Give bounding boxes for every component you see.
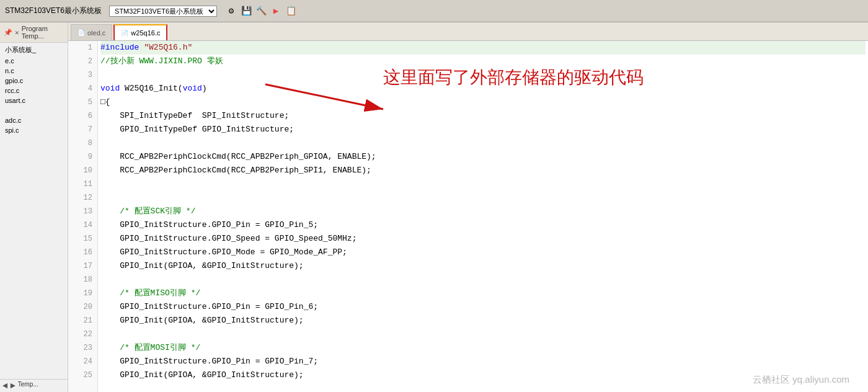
code-line-7: GPIO_InitTypeDef GPIO_InitStructure; — [100, 123, 866, 136]
line-num-8: 8 — [68, 136, 97, 150]
tab-w25q16[interactable]: 📄 w25q16.c — [113, 24, 167, 40]
code-line-6: SPI_InitTypeDef SPI_InitStructure; — [100, 109, 866, 123]
sidebar: 📌 ✕ Program Temp... 小系统板_ e.c n.c gpio.c… — [0, 22, 68, 392]
editor-area: 📄 oled.c 📄 w25q16.c 1 2 3 4 5 6 7 8 9 10 — [68, 22, 868, 392]
sidebar-nav-right[interactable]: ► — [10, 381, 15, 391]
line-num-18: 18 — [68, 273, 97, 287]
code-line-16: GPIO_InitStructure.GPIO_Mode = GPIO_Mode… — [100, 246, 866, 259]
build-icon[interactable]: ⚙ — [224, 4, 238, 18]
sidebar-section-label: Program Temp... — [22, 25, 64, 40]
code-line-12 — [100, 191, 866, 205]
tab-oled[interactable]: 📄 oled.c — [71, 24, 112, 40]
tabs-bar: 📄 oled.c 📄 w25q16.c — [68, 22, 868, 41]
code-line-9: RCC_APB2PeriphClockCmd(RCC_APB2Periph_GP… — [100, 150, 866, 164]
code-line-20: GPIO_InitStructure.GPIO_Pin = GPIO_Pin_6… — [100, 300, 866, 314]
line-num-19: 19 — [68, 287, 97, 300]
sidebar-item-3[interactable]: gpio.c — [0, 76, 68, 86]
line-num-5: 5 — [68, 96, 97, 109]
main-area: 📌 ✕ Program Temp... 小系统板_ e.c n.c gpio.c… — [0, 22, 868, 392]
line-num-12: 12 — [68, 191, 97, 205]
sidebar-item-4[interactable]: rcc.c — [0, 86, 68, 96]
line-num-1: 1 — [68, 41, 97, 55]
pin-icon[interactable]: 📌 — [4, 29, 12, 37]
code-line-24: GPIO_InitStructure.GPIO_Pin = GPIO_Pin_7… — [100, 355, 866, 368]
code-line-2: //技小新 WWW.JIXIN.PRO 零妖 — [100, 55, 866, 68]
line-num-16: 16 — [68, 246, 97, 259]
tab-w25q16-label: w25q16.c — [131, 29, 160, 37]
code-line-23: /* 配置MOSI引脚 */ — [100, 341, 866, 355]
code-line-1: #include "W25Q16.h" — [100, 41, 866, 55]
code-line-25: GPIO_Init(GPIOA, &GPIO_InitStructure); — [100, 368, 866, 382]
line-num-22: 22 — [68, 327, 97, 341]
project-title: STM32F103VET6最小系统板 — [5, 6, 102, 16]
sidebar-item-6[interactable] — [0, 105, 68, 115]
sidebar-bottom: ◄ ► Temp... — [0, 379, 68, 392]
project-dropdown[interactable]: STM32F103VET6最小系统板 — [109, 6, 217, 17]
sidebar-items: 小系统板_ e.c n.c gpio.c rcc.c usart.c adc.c… — [0, 43, 68, 379]
line-num-3: 3 — [68, 68, 97, 82]
code-line-8 — [100, 136, 866, 150]
tab-oled-icon: 📄 — [78, 29, 85, 36]
code-view: 1 2 3 4 5 6 7 8 9 10 11 12 13 14 15 16 1… — [68, 41, 868, 392]
sidebar-nav-left[interactable]: ◄ — [2, 381, 7, 391]
code-line-10: RCC_APB2PeriphClockCmd(RCC_APB2Periph_SP… — [100, 164, 866, 177]
code-line-11 — [100, 177, 866, 191]
sidebar-item-2[interactable]: n.c — [0, 66, 68, 76]
sidebar-item-7[interactable]: adc.c — [0, 115, 68, 125]
line-num-10: 10 — [68, 164, 97, 177]
sidebar-item-5[interactable]: usart.c — [0, 96, 68, 105]
debug-icon[interactable]: 📋 — [284, 4, 298, 18]
code-line-4: void W25Q16_Init(void) — [100, 82, 866, 96]
line-numbers: 1 2 3 4 5 6 7 8 9 10 11 12 13 14 15 16 1… — [68, 41, 98, 392]
sidebar-item-0[interactable]: 小系统板_ — [0, 44, 68, 56]
line-num-6: 6 — [68, 109, 97, 123]
line-num-25: 25 — [68, 368, 97, 382]
line-num-2: 2 — [68, 55, 97, 68]
toolbar-icons: ⚙ 💾 🔨 ▶ 📋 — [224, 4, 298, 18]
code-line-14: GPIO_InitStructure.GPIO_Pin = GPIO_Pin_5… — [100, 218, 866, 232]
code-line-3 — [100, 68, 866, 82]
compile-icon[interactable]: 🔨 — [254, 4, 268, 18]
code-line-15: GPIO_InitStructure.GPIO_Speed = GPIO_Spe… — [100, 232, 866, 246]
line-num-9: 9 — [68, 150, 97, 164]
code-line-18 — [100, 273, 866, 287]
code-line-21: GPIO_Init(GPIOA, &GPIO_InitStructure); — [100, 314, 866, 327]
code-line-5: □{ — [100, 96, 866, 109]
code-line-13: /* 配置SCK引脚 */ — [100, 205, 866, 218]
save-icon[interactable]: 💾 — [239, 4, 253, 18]
line-num-14: 14 — [68, 218, 97, 232]
toolbar: STM32F103VET6最小系统板 STM32F103VET6最小系统板 ⚙ … — [0, 0, 868, 22]
line-num-15: 15 — [68, 232, 97, 246]
tab-oled-label: oled.c — [87, 29, 105, 37]
sidebar-nav-label: Temp... — [18, 381, 38, 391]
code-line-22 — [100, 327, 866, 341]
line-num-13: 13 — [68, 205, 97, 218]
line-num-23: 23 — [68, 341, 97, 355]
line-num-7: 7 — [68, 123, 97, 136]
close-icon[interactable]: ✕ — [15, 29, 19, 37]
code-line-19: /* 配置MISO引脚 */ — [100, 287, 866, 300]
run-icon[interactable]: ▶ — [269, 4, 283, 18]
sidebar-header: 📌 ✕ Program Temp... — [0, 22, 68, 43]
line-num-20: 20 — [68, 300, 97, 314]
line-num-24: 24 — [68, 355, 97, 368]
line-num-11: 11 — [68, 177, 97, 191]
sidebar-item-1[interactable]: e.c — [0, 56, 68, 66]
line-num-17: 17 — [68, 259, 97, 273]
line-num-21: 21 — [68, 314, 97, 327]
line-num-4: 4 — [68, 82, 97, 96]
sidebar-item-8[interactable]: spi.c — [0, 125, 68, 135]
tab-w25q16-icon: 📄 — [121, 30, 128, 37]
code-line-17: GPIO_Init(GPIOA, &GPIO_InitStructure); — [100, 259, 866, 273]
code-content[interactable]: #include "W25Q16.h" //技小新 WWW.JIXIN.PRO … — [98, 41, 868, 392]
